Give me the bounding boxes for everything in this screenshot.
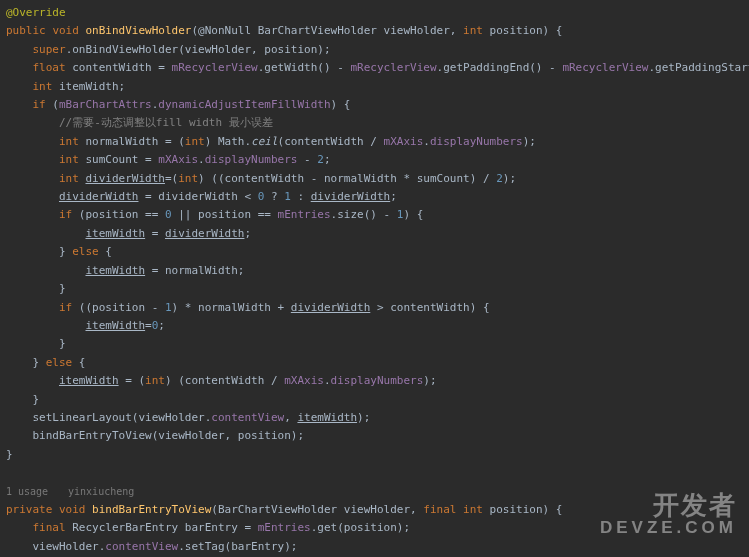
assign-itemwidth3: itemWidth [85,319,145,332]
arg-position3: position [344,521,397,534]
num-1a: 1 [284,190,291,203]
param-position2: position [490,503,543,516]
num-2b: 2 [496,172,503,185]
kw-else2: else [46,356,73,369]
usage-hint: 1 usage [6,486,48,497]
call-getpaddingend: getPaddingEnd [443,61,529,74]
ann-nonnull: @NonNull [198,24,251,37]
call-setlinearlayout: setLinearLayout [33,411,132,424]
use-normalwidth2: normalWidth [165,264,238,277]
use-contentwidth1: contentWidth [284,135,363,148]
kw-float: float [33,61,66,74]
field-displaynum2: displayNumbers [205,153,298,166]
use-dividerwidth2: dividerWidth [311,190,390,203]
field-displaynum3: displayNumbers [331,374,424,387]
kw-int4: int [59,153,79,166]
num-0b: 0 [165,208,172,221]
kw-void: void [52,24,79,37]
num-0a: 0 [258,190,265,203]
use-position2: position [198,208,251,221]
call-getwidth: getWidth [264,61,317,74]
kw-if3: if [59,301,72,314]
use-viewholder4: viewHolder [33,540,99,553]
kw-int: int [463,24,483,37]
call-ceil: ceil [251,135,278,148]
arg-barentry: barEntry [231,540,284,553]
kw-int3: int [59,135,79,148]
kw-if1: if [33,98,46,111]
use-position1: position [85,208,138,221]
cast-int1: int [185,135,205,148]
param-position: position [490,24,543,37]
arg-position: position [264,43,317,56]
field-entries2: mEntries [258,521,311,534]
arg-viewholder2: viewHolder [138,411,204,424]
field-xaxis2: mXAxis [158,153,198,166]
kw-if2: if [59,208,72,221]
method-onbind: onBindViewHolder [86,24,192,37]
num-2a: 2 [317,153,324,166]
cast-int3: int [145,374,165,387]
use-normalwidth3: normalWidth [198,301,271,314]
arg-position2: position [238,429,291,442]
kw-super: super [33,43,66,56]
call-getpaddingstart: getPaddingStart [655,61,749,74]
call-settag: setTag [185,540,225,553]
use-position3: position [92,301,145,314]
kw-final: final [423,503,456,516]
use-contentwidth3: contentWidth [390,301,469,314]
cls-recyclerbarentry: RecyclerBarEntry [72,521,178,534]
use-dividerwidth4: dividerWidth [291,301,370,314]
cls-holder2: BarChartViewHolder [218,503,337,516]
call-size: size [337,208,364,221]
call-onbind: onBindViewHolder [72,43,178,56]
field-xaxis3: mXAxis [284,374,324,387]
cast-int2: int [178,172,198,185]
param-viewholder2: viewHolder [344,503,410,516]
num-1b: 1 [397,208,404,221]
use-dividerwidth3: dividerWidth [165,227,244,240]
assign-itemwidth2: itemWidth [85,264,145,277]
param-viewholder: viewHolder [384,24,450,37]
field-recycler3: mRecyclerView [562,61,648,74]
var-dividerwidth: dividerWidth [85,172,164,185]
arg-viewholder: viewHolder [185,43,251,56]
kw-private: private [6,503,52,516]
num-1c: 1 [165,301,172,314]
var-barentry: barEntry [185,521,238,534]
field-contentview2: contentView [105,540,178,553]
kw-int5: int [59,172,79,185]
field-recycler2: mRecyclerView [350,61,436,74]
field-recycler1: mRecyclerView [172,61,258,74]
field-entries1: mEntries [278,208,331,221]
kw-int6: int [463,503,483,516]
annotation-override: @Override [6,6,66,19]
var-itemwidth: itemWidth [59,80,119,93]
use-contentwidth4: contentWidth [185,374,264,387]
kw-int2: int [33,80,53,93]
cls-math: Math [218,135,245,148]
num-0c: 0 [152,319,159,332]
call-bindbarentry: bindBarEntryToView [33,429,152,442]
arg-itemwidth: itemWidth [297,411,357,424]
call-get: get [317,521,337,534]
field-xaxis1: mXAxis [384,135,424,148]
use-normalwidth1: normalWidth [324,172,397,185]
field-displaynum1: displayNumbers [430,135,523,148]
assign-itemwidth1: itemWidth [85,227,145,240]
field-dynamic: dynamicAdjustItemFillWidth [158,98,330,111]
use-dividerwidth1: dividerWidth [158,190,237,203]
var-sumcount: sumCount [85,153,138,166]
var-normalwidth: normalWidth [85,135,158,148]
field-contentview1: contentView [211,411,284,424]
field-barattrs: mBarChartAttrs [59,98,152,111]
method-bindbarentry: bindBarEntryToView [92,503,211,516]
kw-void2: void [59,503,86,516]
comment-dynamic: //需要-动态调整以fill width 最小误差 [59,116,273,129]
kw-public: public [6,24,46,37]
use-contentwidth2: contentWidth [225,172,304,185]
kw-final2: final [33,521,66,534]
use-sumcount: sumCount [417,172,470,185]
assign-itemwidth4: itemWidth [59,374,119,387]
assign-dividerwidth: dividerWidth [59,190,138,203]
